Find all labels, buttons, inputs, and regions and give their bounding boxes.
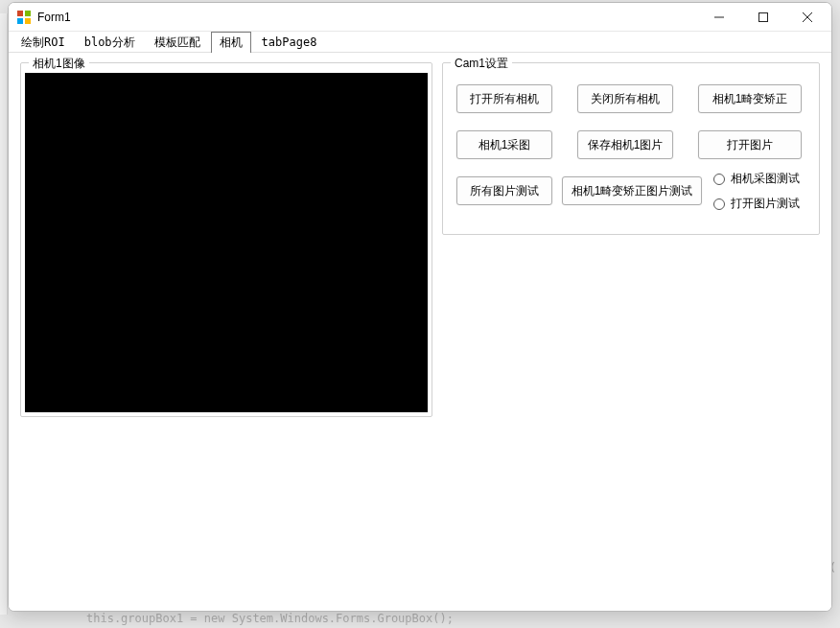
editor-gutter (0, 13, 8, 615)
all-images-test-button[interactable]: 所有图片测试 (456, 176, 552, 205)
save-camera1-image-button[interactable]: 保存相机1图片 (577, 130, 673, 159)
close-all-cameras-button[interactable]: 关闭所有相机 (577, 84, 673, 113)
open-image-test-label: 打开图片测试 (731, 196, 800, 212)
cam1-settings-legend: Cam1设置 (451, 56, 512, 72)
form-window: Form1 绘制ROI blob分析 模板匹配 相机 tabPage8 相机1图… (8, 2, 832, 612)
camera1-image-legend: 相机1图像 (29, 56, 89, 72)
window-title: Form1 (37, 11, 71, 24)
camera-capture-test-label: 相机采图测试 (731, 171, 800, 187)
background-code-line: this.groupBox1 = new System.Windows.Form… (86, 612, 454, 625)
titlebar: Form1 (9, 3, 831, 32)
tab-strip: 绘制ROI blob分析 模板匹配 相机 tabPage8 (9, 32, 831, 53)
camera1-capture-button[interactable]: 相机1采图 (456, 130, 552, 159)
camera1-distortion-image-test-button[interactable]: 相机1畸变矫正图片测试 (562, 176, 702, 205)
tab-camera[interactable]: 相机 (211, 32, 251, 54)
camera1-distortion-correction-button[interactable]: 相机1畸变矫正 (698, 84, 802, 113)
svg-rect-0 (17, 11, 23, 16)
maximize-button[interactable] (741, 3, 785, 31)
camera1-image-group: 相机1图像 (20, 62, 432, 417)
svg-rect-5 (759, 12, 768, 21)
cam1-settings-group: Cam1设置 打开所有相机 关闭所有相机 相机1畸变矫正 相机1采图 保存相机1… (442, 62, 820, 235)
tab-blob[interactable]: blob分析 (76, 32, 144, 53)
svg-rect-1 (25, 11, 31, 16)
open-image-test-radio[interactable]: 打开图片测试 (713, 196, 800, 212)
close-button[interactable] (785, 3, 829, 31)
tab-page8[interactable]: tabPage8 (253, 33, 326, 51)
camera1-image-surface (25, 73, 428, 412)
tab-template[interactable]: 模板匹配 (146, 32, 209, 53)
minimize-button[interactable] (697, 3, 741, 31)
app-icon (16, 10, 32, 25)
tab-roi[interactable]: 绘制ROI (12, 32, 74, 53)
open-image-button[interactable]: 打开图片 (698, 130, 802, 159)
camera-capture-test-radio[interactable]: 相机采图测试 (713, 171, 800, 187)
svg-rect-2 (17, 18, 23, 24)
tab-content: 相机1图像 Cam1设置 打开所有相机 关闭所有相机 相机1畸变矫正 相机1采图… (9, 53, 831, 611)
window-controls (697, 3, 829, 31)
radio-icon (713, 198, 725, 210)
open-all-cameras-button[interactable]: 打开所有相机 (456, 84, 552, 113)
svg-rect-3 (25, 18, 31, 24)
radio-icon (713, 174, 725, 185)
